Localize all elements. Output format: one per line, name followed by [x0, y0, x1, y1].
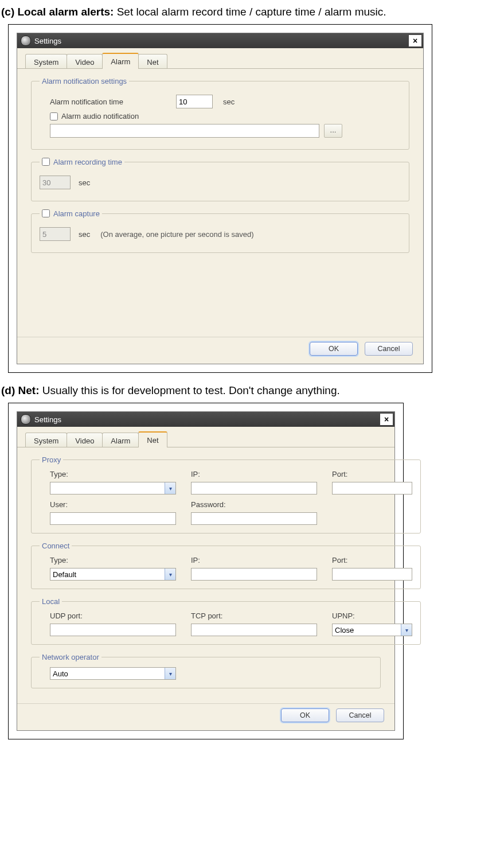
cancel-button[interactable]: Cancel: [365, 342, 413, 356]
group-alarm-recording: Alarm recording time sec: [31, 158, 409, 201]
tab-alarm[interactable]: Alarm: [102, 433, 139, 447]
notify-time-label: Alarm notification time: [50, 98, 176, 106]
chevron-down-icon: ▾: [165, 482, 175, 494]
proxy-port-input[interactable]: [332, 482, 412, 494]
close-icon[interactable]: ×: [408, 34, 422, 47]
group-local-legend: Local: [40, 597, 62, 606]
connect-port-input[interactable]: [332, 568, 412, 581]
recording-time-unit: sec: [79, 178, 90, 187]
titlebar: Settings ×: [17, 412, 394, 427]
notify-time-input[interactable]: [176, 95, 213, 108]
group-connect-legend: Connect: [40, 542, 72, 550]
notify-time-unit: sec: [223, 98, 235, 106]
tcp-port-input[interactable]: [191, 624, 317, 636]
button-bar: OK Cancel: [17, 703, 394, 730]
doc-heading-d: (d) Net: Usually this is for development…: [1, 384, 504, 397]
alarm-recording-checkbox[interactable]: [42, 158, 50, 166]
doc-heading-c: (c) Local alarm alerts: Set local alarm …: [1, 6, 504, 18]
group-proxy: Proxy Type: IP: Port: ▾ User: Password:: [31, 455, 421, 534]
connect-type-input[interactable]: [50, 568, 176, 581]
screenshot-net: Settings × System Video Alarm Net Proxy …: [8, 403, 404, 739]
capture-time-input[interactable]: [40, 227, 71, 241]
group-network-operator-legend: Network operator: [40, 653, 101, 661]
group-local: Local UDP port: TCP port: UPNP: ▾: [31, 597, 421, 645]
group-alarm-capture-legend: Alarm capture: [40, 209, 102, 218]
chevron-down-icon: ▾: [165, 668, 175, 679]
tab-video[interactable]: Video: [67, 54, 103, 69]
network-operator-combo[interactable]: ▾: [50, 667, 176, 680]
tab-system[interactable]: System: [25, 433, 67, 447]
tabbar: System Video Alarm Net: [17, 48, 423, 69]
close-icon[interactable]: ×: [380, 413, 393, 426]
proxy-ip-label: IP:: [191, 470, 317, 478]
proxy-port-label: Port:: [332, 470, 412, 478]
capture-note: (On average, one picture per second is s…: [100, 230, 253, 239]
tab-body-net: Proxy Type: IP: Port: ▾ User: Password:: [17, 447, 394, 700]
group-alarm-recording-legend: Alarm recording time: [40, 158, 124, 166]
titlebar: Settings ×: [17, 33, 423, 48]
recording-time-input[interactable]: [40, 176, 71, 189]
group-proxy-legend: Proxy: [40, 455, 63, 464]
proxy-user-label: User:: [50, 500, 176, 509]
tab-net[interactable]: Net: [138, 431, 167, 447]
browse-button[interactable]: ...: [324, 124, 342, 138]
audio-notification-label: Alarm audio notification: [61, 112, 139, 120]
upnp-input[interactable]: [332, 624, 412, 636]
connect-ip-label: IP:: [191, 556, 317, 564]
proxy-type-combo[interactable]: ▾: [50, 482, 176, 494]
audio-path-input[interactable]: [50, 124, 319, 138]
doc-heading-d-rest: Usually this is for development to test.…: [39, 384, 339, 396]
udp-port-input[interactable]: [50, 624, 176, 636]
group-alarm-capture: Alarm capture sec (On average, one pictu…: [31, 209, 409, 253]
proxy-ip-input[interactable]: [191, 482, 317, 494]
tab-net[interactable]: Net: [138, 54, 167, 69]
upnp-combo[interactable]: ▾: [332, 624, 412, 636]
app-icon: [21, 36, 31, 46]
connect-port-label: Port:: [332, 556, 412, 564]
cancel-button[interactable]: Cancel: [336, 708, 384, 722]
settings-window-net: Settings × System Video Alarm Net Proxy …: [17, 411, 395, 731]
proxy-type-label: Type:: [50, 470, 176, 478]
doc-heading-c-bold: (c) Local alarm alerts:: [1, 6, 114, 18]
button-bar: OK Cancel: [17, 337, 423, 364]
doc-heading-c-rest: Set local alarm record time / capture ti…: [114, 6, 386, 18]
ok-button[interactable]: OK: [281, 708, 329, 722]
ok-button[interactable]: OK: [310, 342, 358, 356]
tcp-port-label: TCP port:: [191, 612, 317, 620]
connect-type-combo[interactable]: ▾: [50, 568, 176, 581]
alarm-capture-checkbox[interactable]: [42, 209, 50, 217]
proxy-password-input[interactable]: [191, 512, 317, 525]
screenshot-alarm: Settings × System Video Alarm Net Alarm …: [8, 24, 432, 373]
proxy-type-input[interactable]: [50, 482, 176, 494]
group-alarm-notification-legend: Alarm notification settings: [40, 77, 129, 85]
tabbar: System Video Alarm Net: [17, 427, 394, 447]
window-title: Settings: [34, 415, 61, 424]
doc-heading-d-bold: (d) Net:: [1, 384, 39, 396]
udp-port-label: UDP port:: [50, 612, 176, 620]
group-network-operator: Network operator ▾: [31, 653, 381, 688]
connect-ip-input[interactable]: [191, 568, 317, 581]
chevron-down-icon: ▾: [165, 568, 175, 580]
window-title: Settings: [34, 37, 61, 45]
upnp-label: UPNP:: [332, 612, 412, 620]
audio-notification-checkbox[interactable]: [50, 112, 58, 120]
network-operator-input[interactable]: [50, 667, 176, 680]
group-alarm-notification: Alarm notification settings Alarm notifi…: [31, 77, 409, 150]
group-connect: Connect Type: IP: Port: ▾: [31, 542, 421, 589]
proxy-password-label: Password:: [191, 500, 317, 509]
connect-type-label: Type:: [50, 556, 176, 564]
chevron-down-icon: ▾: [401, 624, 412, 636]
app-icon: [21, 414, 31, 425]
settings-window-alarm: Settings × System Video Alarm Net Alarm …: [17, 33, 424, 364]
tab-body-alarm: Alarm notification settings Alarm notifi…: [17, 69, 423, 333]
tab-system[interactable]: System: [25, 54, 67, 69]
tab-alarm[interactable]: Alarm: [102, 53, 139, 69]
capture-time-unit: sec: [79, 230, 90, 239]
tab-video[interactable]: Video: [67, 433, 103, 447]
proxy-user-input[interactable]: [50, 512, 176, 525]
